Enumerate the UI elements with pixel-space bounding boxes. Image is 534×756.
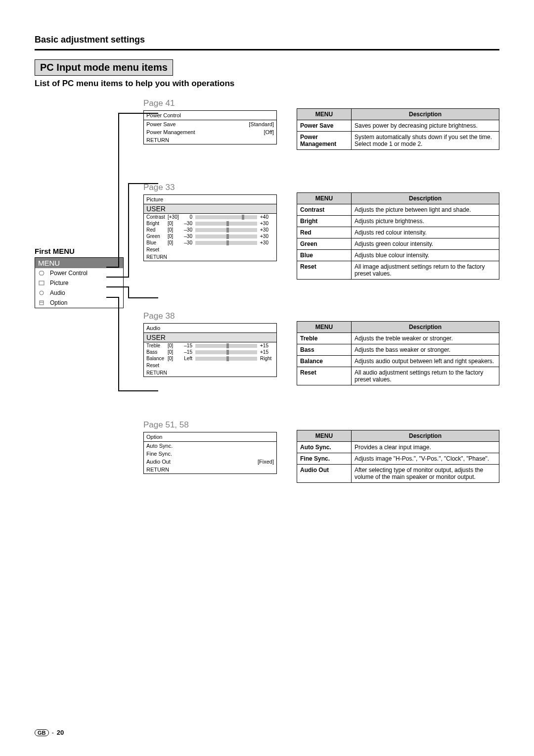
row-label: Auto Sync.	[146, 443, 173, 449]
table-cell-menu: Power Save	[297, 120, 352, 132]
first-menu-label: First MENU	[35, 247, 124, 255]
table-row: ResetAll image adjustment settings retur…	[297, 261, 499, 280]
slider-value: [+30]	[168, 214, 180, 220]
slider-max: +30	[260, 240, 274, 245]
page-heading: PC Input mode menu items	[35, 59, 173, 76]
row-label: Audio Out	[146, 459, 171, 465]
divider	[35, 49, 499, 50]
menu-item-audio: Audio	[35, 288, 123, 298]
slider-max: +30	[260, 227, 274, 233]
table-cell-menu: Reset	[297, 367, 352, 385]
slider-value: [0]	[168, 356, 180, 361]
table-cell-desc: Adjusts the picture between light and sh…	[352, 204, 499, 216]
table-cell-desc: Adjusts image "H-Pos.", "V-Pos.", "Clock…	[352, 453, 499, 465]
slider-track	[195, 222, 257, 226]
slider-min: 0	[181, 214, 192, 220]
slider-track	[195, 350, 257, 354]
page-reference: Page 38	[143, 311, 277, 321]
option-icon	[38, 300, 45, 306]
menu-item-power-control: Power Control	[35, 268, 123, 278]
slider-label: Treble	[146, 343, 166, 348]
slider-row: Treble[0]–15+15	[144, 342, 276, 349]
slider-value: [0]	[168, 343, 180, 348]
slider-label: Balance	[146, 356, 166, 361]
row-value: [Off]	[264, 129, 274, 135]
table-cell-menu: Audio Out	[297, 465, 352, 483]
slider-max: +15	[260, 343, 274, 348]
table-row: ContrastAdjusts the picture between ligh…	[297, 204, 499, 216]
slider-row: Green[0]–30+30	[144, 233, 276, 239]
submenu-row: Audio Out[Fixed]	[144, 458, 276, 466]
table-row: BalanceAdjusts audio output between left…	[297, 356, 499, 367]
submenu-box: AudioUSERTreble[0]–15+15Bass[0]–15+15Bal…	[143, 323, 277, 377]
slider-row: Balance[0]LeftRight	[144, 355, 276, 362]
table-cell-desc: Saves power by decreasing picture bright…	[352, 120, 499, 132]
slider-track	[195, 344, 257, 348]
description-table: MENUDescriptionTrebleAdjusts the treble …	[297, 321, 499, 385]
table-cell-menu: Fine Sync.	[297, 453, 352, 465]
slider-track	[195, 235, 257, 238]
description-table: MENUDescriptionAuto Sync.Provides a clea…	[297, 430, 499, 483]
page-reference: Page 51, 58	[143, 420, 277, 430]
slider-thumb	[242, 215, 244, 220]
menu-item-picture: Picture	[35, 278, 123, 288]
slider-label: Bright	[146, 221, 166, 226]
table-row: Power SaveSaves power by decreasing pict…	[297, 120, 499, 132]
svg-rect-0	[39, 281, 44, 285]
slider-track	[195, 215, 257, 219]
page-number-prefix: -	[52, 729, 54, 736]
table-row: BlueAdjusts blue colour intensity.	[297, 250, 499, 261]
slider-value: [0]	[168, 227, 180, 233]
return-label: RETURN	[144, 136, 276, 144]
table-cell-menu: Balance	[297, 356, 352, 367]
menu-item-label: Picture	[50, 280, 68, 286]
submenu-extra: Reset	[144, 362, 276, 369]
slider-min: –30	[181, 234, 192, 239]
table-row: RedAdjusts red colour intensity.	[297, 227, 499, 238]
return-label: RETURN	[144, 466, 276, 473]
page-reference: Page 33	[143, 183, 277, 192]
table-cell-menu: Auto Sync.	[297, 442, 352, 453]
slider-min: –30	[181, 240, 192, 245]
table-row: Auto Sync.Provides a clear input image.	[297, 442, 499, 453]
svg-point-1	[40, 291, 44, 295]
table-header-menu: MENU	[297, 322, 352, 333]
slider-thumb	[226, 343, 229, 348]
slider-thumb	[226, 240, 229, 245]
submenu-box: PictureUSERContrast[+30]0+40Bright[0]–30…	[143, 194, 277, 261]
page-footer: GB -20	[35, 729, 64, 736]
table-cell-desc: Adjusts blue colour intensity.	[352, 250, 499, 261]
table-cell-menu: Bright	[297, 216, 352, 227]
slider-max: +30	[260, 221, 274, 226]
table-header-desc: Description	[352, 322, 499, 333]
table-row: BrightAdjusts picture brightness.	[297, 216, 499, 227]
slider-value: [0]	[168, 221, 180, 226]
slider-row: Blue[0]–30+30	[144, 239, 276, 246]
table-cell-menu: Blue	[297, 250, 352, 261]
slider-row: Bright[0]–30+30	[144, 220, 276, 227]
submenu-row: Fine Sync.	[144, 450, 276, 458]
submenu-title: Picture	[144, 195, 276, 204]
slider-thumb	[226, 356, 229, 361]
table-cell-menu: Bass	[297, 344, 352, 356]
table-cell-desc: Adjusts green colour intensity.	[352, 238, 499, 250]
table-cell-desc: All image adjustment settings return to …	[352, 261, 499, 280]
table-cell-desc: Adjusts the treble weaker or stronger.	[352, 333, 499, 344]
submenu-extra: Reset	[144, 246, 276, 253]
slider-row: Bass[0]–15+15	[144, 349, 276, 355]
slider-thumb	[226, 228, 229, 233]
slider-min: –30	[181, 227, 192, 233]
menu-item-option: Option	[35, 298, 123, 308]
slider-min: Left	[181, 356, 192, 361]
slider-min: –15	[181, 349, 192, 355]
menu-item-label: Audio	[50, 289, 65, 296]
submenu-title: Power Control	[144, 111, 276, 120]
submenu-extra: RETURN	[144, 253, 276, 261]
table-cell-menu: Treble	[297, 333, 352, 344]
first-menu-box: MENU Power Control Picture Audio Option	[35, 257, 124, 308]
power-icon	[38, 270, 45, 276]
slider-thumb	[226, 221, 229, 226]
table-header-desc: Description	[352, 430, 499, 442]
region-badge: GB	[35, 729, 49, 736]
menu-item-label: Power Control	[50, 270, 88, 277]
